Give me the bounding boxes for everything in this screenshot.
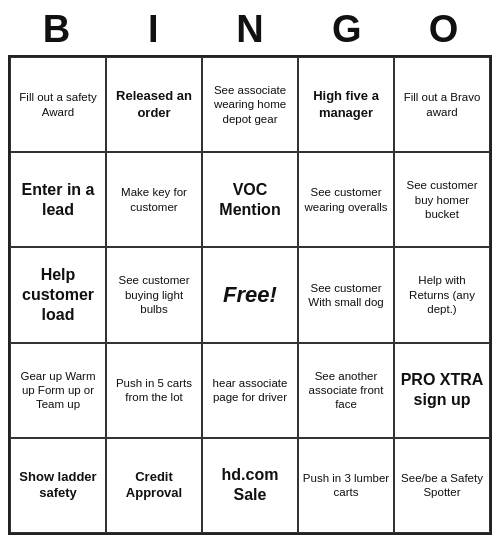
bingo-cell: Enter in a lead [10, 152, 106, 247]
bingo-cell: Fill out a safety Award [10, 57, 106, 152]
bingo-cell: See customer wearing overalls [298, 152, 394, 247]
title-letter-g: G [303, 8, 391, 51]
bingo-cell: hd.com Sale [202, 438, 298, 533]
title-letter-b: B [12, 8, 100, 51]
bingo-cell: See another associate front face [298, 343, 394, 438]
title-letter-o: O [400, 8, 488, 51]
bingo-cell: See customer With small dog [298, 247, 394, 342]
bingo-cell: Help with Returns (any dept.) [394, 247, 490, 342]
bingo-cell: Make key for customer [106, 152, 202, 247]
bingo-cell: See customer buying light bulbs [106, 247, 202, 342]
bingo-cell: Push in 3 lumber carts [298, 438, 394, 533]
bingo-grid: Fill out a safety AwardReleased an order… [8, 55, 492, 535]
bingo-cell: Gear up Warm up Form up or Team up [10, 343, 106, 438]
bingo-cell: Show ladder safety [10, 438, 106, 533]
title-letter-n: N [206, 8, 294, 51]
bingo-cell: Released an order [106, 57, 202, 152]
bingo-cell: Fill out a Bravo award [394, 57, 490, 152]
bingo-cell: Push in 5 carts from the lot [106, 343, 202, 438]
bingo-cell: hear associate page for driver [202, 343, 298, 438]
bingo-cell: VOC Mention [202, 152, 298, 247]
bingo-cell: See/be a Safety Spotter [394, 438, 490, 533]
title-letter-i: I [109, 8, 197, 51]
bingo-cell: Free! [202, 247, 298, 342]
bingo-title: B I N G O [8, 8, 492, 51]
bingo-cell: See customer buy homer bucket [394, 152, 490, 247]
bingo-cell: Help customer load [10, 247, 106, 342]
bingo-cell: See associate wearing home depot gear [202, 57, 298, 152]
bingo-cell: PRO XTRA sign up [394, 343, 490, 438]
bingo-cell: Credit Approval [106, 438, 202, 533]
bingo-cell: High five a manager [298, 57, 394, 152]
